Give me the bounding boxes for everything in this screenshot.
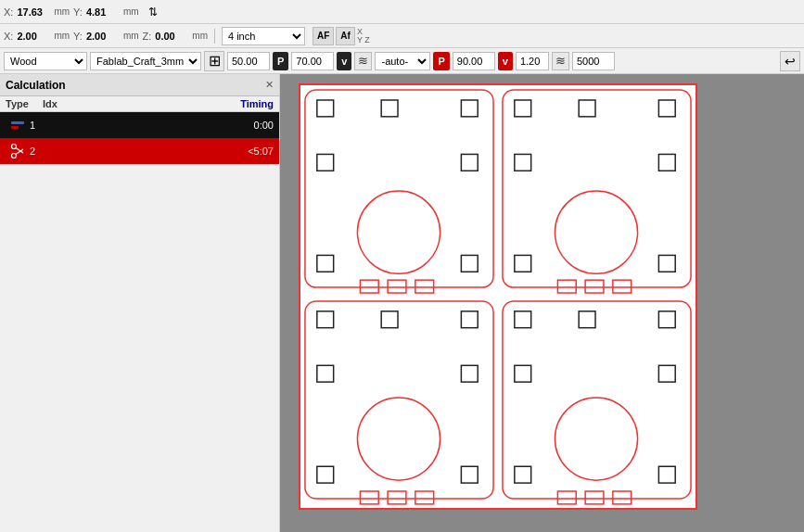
main-toolbar: Wood Fablab_Craft_3mm ⊞ 50.00 P 70.00 v … [0, 48, 804, 74]
svg-rect-39 [461, 466, 478, 483]
svg-rect-24 [658, 154, 675, 171]
calculation-panel: Calculation ✕ Type Idx Timing 1 0:00 [0, 74, 280, 532]
svg-rect-33 [381, 311, 398, 328]
calculation-header: Calculation ✕ [0, 74, 279, 96]
svg-rect-45 [579, 311, 595, 328]
wave1-badge[interactable]: ≋ [354, 52, 372, 70]
svg-rect-44 [515, 311, 531, 328]
arrows-icon[interactable]: ⇅ [143, 2, 163, 22]
power2-value: 90.00 [453, 52, 495, 70]
svg-rect-34 [461, 311, 478, 328]
svg-rect-36 [461, 365, 478, 382]
svg-rect-1 [11, 121, 24, 124]
svg-rect-53 [585, 491, 604, 504]
sep1 [214, 29, 215, 44]
material-dropdown[interactable]: Wood [4, 52, 87, 70]
x2-value: 2.00 [17, 31, 50, 42]
svg-rect-17 [388, 280, 406, 293]
row1-timing: 0:00 [67, 120, 274, 131]
row1-idx: 1 [30, 120, 67, 131]
svg-rect-9 [381, 100, 398, 117]
y2-label: Y: [73, 31, 83, 42]
svg-rect-11 [317, 154, 334, 171]
svg-rect-15 [461, 255, 478, 272]
svg-rect-14 [317, 255, 334, 272]
row2-idx: 2 [30, 146, 67, 157]
svg-point-49 [555, 398, 637, 480]
svg-rect-26 [515, 255, 531, 272]
z-label: Z: [143, 31, 152, 42]
svg-rect-51 [658, 466, 675, 483]
back-icon[interactable]: ↩ [780, 51, 800, 71]
svg-rect-35 [317, 365, 334, 382]
svg-point-37 [357, 398, 440, 480]
z-value: 0.00 [155, 31, 188, 42]
design-canvas [299, 83, 697, 510]
af-button[interactable]: AF [313, 27, 334, 45]
top-bar-coordinates: X: 17.63 mm Y: 4.81 mm ⇅ [0, 0, 804, 24]
wave2-badge[interactable]: ≋ [552, 52, 569, 70]
p1-badge[interactable]: P [273, 52, 288, 70]
svg-rect-42 [415, 491, 434, 504]
row2-timing: <5:07 [67, 146, 274, 157]
preset-dropdown[interactable]: 4 inch [222, 27, 305, 45]
svg-rect-27 [658, 255, 675, 272]
svg-rect-47 [515, 365, 531, 382]
svg-rect-21 [579, 100, 595, 117]
svg-rect-50 [515, 466, 531, 483]
svg-rect-30 [613, 280, 632, 293]
y1-unit: mm [123, 6, 139, 17]
v1-badge[interactable]: v [337, 52, 351, 70]
svg-rect-22 [658, 100, 675, 117]
svg-point-4 [12, 154, 17, 158]
close-icon[interactable]: ✕ [265, 79, 274, 91]
z-unit: mm [192, 31, 208, 41]
v2-badge[interactable]: v [498, 52, 513, 70]
col-timing-label: Timing [80, 98, 274, 109]
y2-value: 2.00 [86, 31, 120, 42]
xyz-icon: XY Z [357, 27, 370, 45]
cut-icon [6, 117, 30, 133]
y1-value: 4.81 [86, 6, 120, 18]
af2-button[interactable]: Af [336, 27, 355, 45]
svg-rect-29 [585, 280, 604, 293]
svg-rect-46 [658, 311, 675, 328]
val5-display: 5000 [572, 52, 615, 70]
scissors-icon [6, 143, 30, 159]
power1-value: 50.00 [227, 52, 270, 70]
auto-selector[interactable]: -auto- [375, 52, 430, 70]
svg-rect-10 [461, 100, 478, 117]
top-bar-position: X: 2.00 mm Y: 2.00 mm Z: 0.00 mm 4 inch … [0, 24, 804, 48]
col-type-label: Type [6, 98, 43, 109]
calc-row-1[interactable]: 1 0:00 [0, 112, 279, 138]
svg-rect-0 [10, 118, 25, 133]
calculation-title: Calculation [6, 79, 66, 92]
col-idx-label: Idx [43, 98, 80, 109]
svg-rect-54 [613, 491, 632, 504]
canvas-area[interactable] [280, 74, 804, 532]
svg-rect-38 [317, 466, 334, 483]
speed-value: 70.00 [291, 52, 334, 70]
svg-rect-40 [360, 491, 378, 504]
main-area: Calculation ✕ Type Idx Timing 1 0:00 [0, 74, 804, 532]
x2-label: X: [4, 31, 13, 42]
crosshatch-icon[interactable]: ⊞ [204, 51, 224, 71]
profile-dropdown[interactable]: Fablab_Craft_3mm [90, 52, 201, 70]
svg-point-3 [12, 145, 17, 149]
svg-rect-20 [515, 100, 531, 117]
x1-unit: mm [54, 6, 70, 17]
x2-unit: mm [54, 31, 70, 41]
svg-rect-52 [557, 491, 576, 504]
svg-rect-16 [360, 280, 378, 293]
svg-rect-12 [461, 154, 478, 171]
svg-rect-2 [11, 126, 19, 129]
svg-rect-48 [658, 365, 675, 382]
svg-rect-41 [388, 491, 406, 504]
p2-badge[interactable]: P [433, 52, 449, 70]
calc-row-2[interactable]: 2 <5:07 [0, 138, 279, 164]
svg-rect-23 [515, 154, 531, 171]
svg-rect-28 [557, 280, 576, 293]
x1-value: 17.63 [17, 6, 50, 18]
svg-rect-32 [317, 311, 334, 328]
calc-table-header: Type Idx Timing [0, 96, 279, 112]
